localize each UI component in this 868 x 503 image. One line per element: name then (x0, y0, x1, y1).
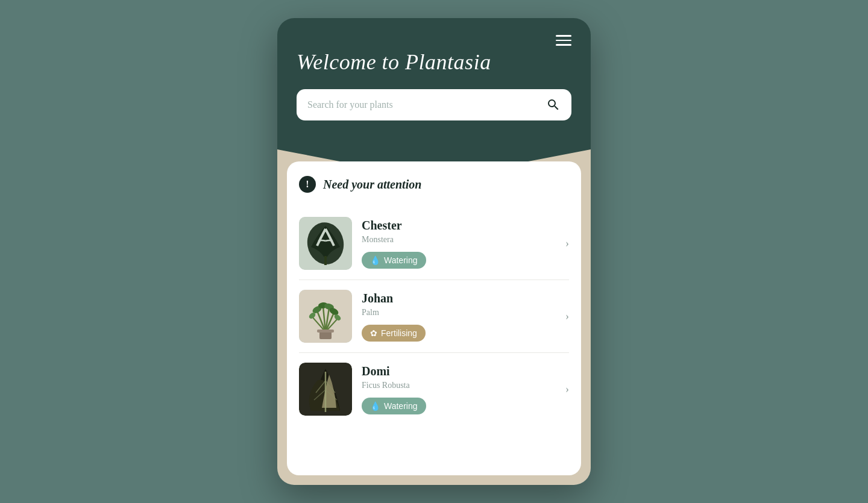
plant-species-chester: Monstera (362, 235, 556, 245)
plant-image-chester (299, 217, 352, 270)
plant-species-johan: Palm (362, 308, 556, 317)
search-icon (546, 98, 561, 112)
header: Welcome to Plantasia (277, 18, 591, 149)
content-card: ! Need your attention (287, 161, 581, 475)
attention-title: Need your attention (323, 178, 421, 192)
plant-info-domi: Domi Ficus Robusta 💧 Watering (362, 364, 556, 414)
attention-icon: ! (299, 176, 316, 193)
badge-watering-chester: 💧 Watering (362, 252, 426, 269)
monstera-illustration (299, 217, 352, 270)
search-bar (297, 89, 571, 120)
plant-image-domi (299, 363, 352, 416)
plant-species-domi: Ficus Robusta (362, 381, 556, 390)
plant-image-johan (299, 290, 352, 343)
chevron-right-johan: › (565, 310, 569, 323)
fold-area: ! Need your attention (277, 149, 591, 485)
menu-button[interactable] (556, 35, 571, 46)
app-container: Welcome to Plantasia ! Need your attenti… (277, 18, 591, 485)
water-drop-icon-domi: 💧 (370, 401, 380, 411)
ficus-illustration (299, 363, 352, 416)
chevron-right-chester: › (565, 237, 569, 250)
badge-watering-domi: 💧 Watering (362, 398, 426, 414)
svg-rect-17 (317, 330, 334, 333)
plant-info-johan: Johan Palm ✿ Fertilising (362, 292, 556, 342)
attention-header: ! Need your attention (299, 176, 569, 193)
plant-item-johan[interactable]: Johan Palm ✿ Fertilising › (299, 280, 569, 353)
plant-name-domi: Domi (362, 364, 556, 378)
badge-fertilising-johan: ✿ Fertilising (362, 325, 426, 342)
palm-illustration (299, 290, 352, 343)
plant-item[interactable]: Chester Monstera 💧 Watering › (299, 207, 569, 280)
chevron-right-domi: › (565, 383, 569, 396)
plant-name-chester: Chester (362, 219, 556, 233)
welcome-title: Welcome to Plantasia (297, 49, 571, 75)
plant-name-johan: Johan (362, 292, 556, 305)
search-button[interactable] (546, 98, 561, 112)
plant-item-domi[interactable]: Domi Ficus Robusta 💧 Watering › (299, 353, 569, 425)
water-drop-icon: 💧 (370, 255, 380, 265)
flower-icon: ✿ (370, 328, 377, 338)
plant-info-chester: Chester Monstera 💧 Watering (362, 219, 556, 269)
search-input[interactable] (307, 99, 540, 110)
